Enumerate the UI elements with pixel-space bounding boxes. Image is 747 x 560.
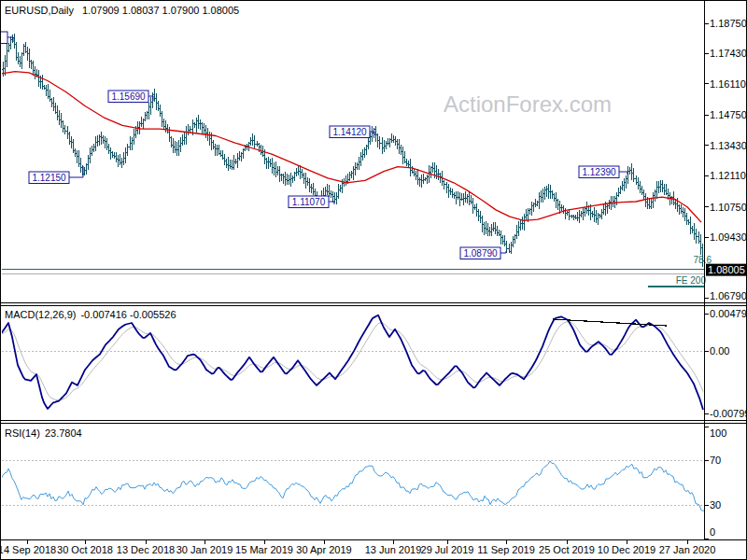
price-swing-label: 1.14120 bbox=[330, 126, 374, 138]
macd-indicator-label: MACD(12,26,9) bbox=[5, 309, 76, 320]
y-axis-label: 0.00 bbox=[710, 345, 729, 357]
y-axis-label: 70 bbox=[710, 455, 721, 466]
fe-200-label: FE 200 bbox=[676, 275, 707, 286]
price-swing-label: 1.08790 bbox=[460, 247, 506, 259]
y-axis-label: 1.09430 bbox=[710, 231, 747, 243]
chart-canvas: ActionForex.com78.6FE 2001.156901.121501… bbox=[1, 1, 747, 560]
ohlc-quote: 1.07909 1.08037 1.07900 1.08005 bbox=[82, 5, 239, 16]
chart-text: 1.12390 bbox=[582, 167, 616, 177]
forex-chart-window: ActionForex.com78.6FE 2001.156901.121501… bbox=[0, 0, 747, 560]
price-swing-label bbox=[1, 32, 13, 44]
price-swing-label: 1.12150 bbox=[29, 166, 83, 184]
series-line bbox=[1, 322, 703, 400]
x-axis-date-label: 29 Jul 2019 bbox=[421, 544, 474, 555]
y-axis-label: 1.06790 bbox=[710, 290, 747, 301]
rsi-indicator-label: RSI(14) bbox=[5, 427, 40, 439]
y-axis-label: 1.18750 bbox=[710, 18, 747, 29]
y-axis-label: 0.004798 bbox=[710, 308, 747, 319]
x-axis-date-label: 30 Oct 2018 bbox=[57, 544, 113, 555]
x-axis-date-label: 10 Dec 2019 bbox=[598, 544, 655, 555]
series-line bbox=[1, 315, 703, 410]
symbol-title: EURUSD,Daily bbox=[5, 5, 74, 16]
watermark: ActionForex.com bbox=[444, 91, 612, 117]
y-axis-label: 0 bbox=[710, 526, 715, 538]
y-axis-label: 1.14750 bbox=[710, 109, 747, 120]
chart-text: 1.11070 bbox=[292, 197, 326, 207]
rsi-panel bbox=[1, 460, 709, 514]
current-price-text: 1.08005 bbox=[708, 264, 745, 275]
y-axis-label: 1.17430 bbox=[710, 48, 747, 59]
macd-panel-header: MACD(12,26,9)-0.007416 -0.005526 bbox=[5, 309, 176, 320]
macd-values: -0.007416 -0.005526 bbox=[80, 309, 176, 320]
y-axis-label: -0.007998 bbox=[710, 408, 747, 419]
macd-panel bbox=[1, 315, 704, 410]
y-axis-label: 1.13430 bbox=[710, 140, 747, 151]
price-panel: ActionForex.com bbox=[1, 34, 704, 287]
chart-text: 1.12150 bbox=[32, 173, 66, 183]
x-axis-date-label: 15 Mar 2019 bbox=[235, 544, 293, 555]
x-axis-date-label: 30 Jan 2019 bbox=[176, 544, 233, 555]
x-axis-date-label: 13 Dec 2018 bbox=[117, 544, 175, 555]
y-axis-label: 100 bbox=[710, 427, 726, 439]
chart-text: 1.15690 bbox=[111, 91, 146, 102]
chart-text: 1.08790 bbox=[463, 248, 498, 259]
chart-text: 1.14120 bbox=[332, 127, 367, 137]
price-swing-label: 1.11070 bbox=[289, 196, 334, 208]
price-panel-header: EURUSD,Daily1.07909 1.08037 1.07900 1.08… bbox=[5, 5, 239, 16]
price-swing-label: 1.12390 bbox=[579, 166, 627, 178]
x-axis-date-label: 30 Apr 2019 bbox=[296, 544, 351, 555]
y-axis-label: 1.12110 bbox=[710, 170, 746, 181]
x-axis-date-label: 11 Sep 2019 bbox=[477, 544, 535, 555]
x-axis-date-label: 27 Jan 2020 bbox=[659, 544, 716, 555]
y-axis-label: 1.10750 bbox=[710, 202, 747, 213]
x-axis-date-label: 25 Oct 2019 bbox=[539, 544, 595, 555]
series-line bbox=[1, 461, 709, 514]
rsi-value: 23.7804 bbox=[45, 427, 82, 439]
x-axis-date-label: 13 Jun 2019 bbox=[365, 544, 422, 555]
rsi-panel-header: RSI(14)23.7804 bbox=[5, 427, 82, 439]
x-axis-date-label: 14 Sep 2018 bbox=[1, 544, 56, 555]
price-swing-label: 1.15690 bbox=[108, 91, 153, 103]
y-axis-label: 1.16110 bbox=[710, 78, 746, 90]
y-axis-label: 30 bbox=[710, 499, 721, 511]
